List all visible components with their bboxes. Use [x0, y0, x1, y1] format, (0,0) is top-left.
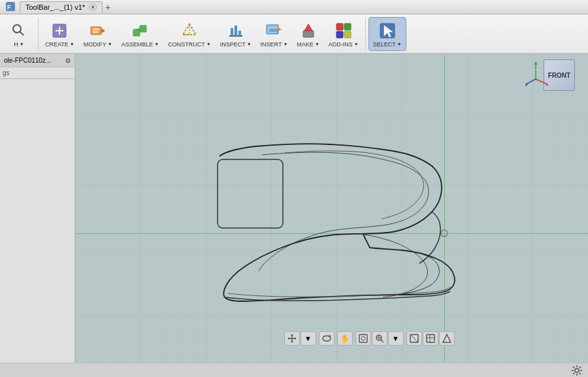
toolbar-search[interactable]: H▼ [3, 18, 35, 50]
search-icon [8, 20, 29, 41]
svg-rect-35 [218, 159, 283, 228]
display-mode-button[interactable] [406, 331, 422, 346]
svg-marker-60 [443, 335, 451, 342]
select-icon [377, 20, 398, 41]
grid-button[interactable] [423, 331, 438, 346]
app-icon: F [5, 1, 16, 13]
toolbar-insert[interactable]: IMG INSERT▼ [257, 18, 292, 50]
left-panel-content [0, 79, 74, 84]
orbit-button[interactable] [319, 331, 335, 346]
construct-label: CONSTRUCT▼ [168, 41, 210, 48]
svg-line-3 [20, 31, 24, 35]
svg-text:F: F [7, 4, 11, 10]
svg-line-52 [381, 340, 384, 342]
separator-1 [38, 18, 39, 50]
settings-icon[interactable] [571, 365, 583, 376]
axis-arrows [523, 59, 549, 86]
insert-icon: IMG [263, 20, 284, 41]
add-tab-button[interactable]: + [105, 2, 110, 12]
assemble-label: ASSEMBLE▼ [122, 41, 159, 48]
svg-rect-28 [344, 24, 351, 30]
svg-point-2 [13, 25, 21, 33]
svg-rect-7 [91, 27, 101, 35]
svg-rect-12 [140, 25, 146, 32]
svg-marker-46 [287, 337, 289, 340]
toolbar-make[interactable]: MAKE▼ [293, 18, 323, 50]
toolbar-create[interactable]: CREATE▼ [41, 18, 78, 50]
svg-rect-29 [336, 31, 343, 38]
status-bar [0, 363, 588, 377]
modify-label: MODIFY▼ [84, 41, 112, 48]
create-icon [49, 20, 70, 41]
left-panel-content-label: gs [3, 69, 10, 76]
shoe-outline [135, 104, 474, 313]
svg-point-50 [361, 336, 365, 340]
toolbar-select[interactable]: SELECT▼ [368, 17, 406, 51]
svg-point-61 [575, 369, 579, 372]
zoom-button[interactable] [372, 331, 387, 346]
left-panel-tab-label[interactable]: ole-FPC0110z... [4, 57, 51, 64]
zoom-controls: ▼ [355, 331, 404, 346]
svg-marker-8 [101, 28, 105, 33]
insert-label: INSERT▼ [261, 41, 288, 48]
pan-dropdown-button[interactable]: ▼ [301, 331, 316, 346]
visual-style-button[interactable] [439, 331, 455, 346]
modify-icon [88, 20, 108, 41]
left-panel-header: ole-FPC0110z... ⊙ [0, 54, 74, 67]
make-icon [298, 20, 319, 41]
title-bar: F ToolBar_..._(1) v1* × + [0, 0, 588, 14]
toolbar-inspect[interactable]: INSPECT▼ [216, 18, 255, 50]
svg-line-13 [137, 29, 140, 29]
create-label: CREATE▼ [45, 41, 74, 48]
view-controls: ▼ [284, 331, 316, 346]
left-panel: ole-FPC0110z... ⊙ gs [0, 54, 75, 363]
addins-icon [333, 20, 354, 41]
svg-marker-26 [304, 24, 312, 31]
window-tab[interactable]: ToolBar_..._(1) v1* × [20, 1, 103, 12]
svg-marker-45 [291, 341, 293, 343]
svg-rect-57 [427, 335, 434, 342]
toolbar: H▼ CREATE▼ MODIFY▼ [0, 14, 588, 54]
svg-rect-11 [133, 29, 140, 36]
svg-rect-27 [336, 24, 343, 30]
bottom-toolbar: ▼ ✋ ▼ [150, 329, 588, 348]
addins-label: ADD-INS▼ [329, 41, 359, 48]
svg-rect-30 [344, 31, 351, 38]
zoom-dropdown-button[interactable]: ▼ [388, 331, 404, 346]
svg-marker-37 [534, 61, 538, 65]
svg-text:IMG: IMG [269, 28, 278, 33]
hand-button[interactable]: ✋ [337, 331, 353, 346]
tab-label: ToolBar_..._(1) v1* [25, 3, 85, 11]
select-label: SELECT▼ [373, 41, 402, 48]
make-label: MAKE▼ [297, 41, 319, 48]
toolbar-addins[interactable]: ADD-INS▼ [325, 18, 363, 50]
panel-sync-icon[interactable]: ⊙ [65, 57, 71, 64]
assemble-icon [129, 20, 150, 41]
zoom-fit-button[interactable] [355, 331, 371, 346]
svg-point-48 [323, 336, 331, 341]
pan-button[interactable] [284, 331, 300, 346]
nav-cube-label: FRONT [548, 72, 570, 79]
toolbar-assemble[interactable]: ASSEMBLE▼ [118, 18, 163, 50]
inspect-label: INSPECT▼ [220, 41, 252, 48]
canvas-area[interactable]: FRONT ▼ ✋ [75, 54, 588, 363]
toolbar-construct[interactable]: CONSTRUCT▼ [164, 18, 214, 50]
inspect-icon [225, 20, 246, 41]
display-controls [406, 331, 455, 346]
construct-icon [179, 20, 200, 41]
toolbar-modify[interactable]: MODIFY▼ [80, 18, 116, 50]
search-area: gs [0, 67, 74, 79]
svg-rect-25 [303, 31, 314, 37]
svg-marker-44 [291, 334, 293, 336]
svg-rect-49 [359, 335, 367, 342]
svg-marker-47 [295, 337, 297, 340]
svg-marker-22 [278, 27, 282, 31]
nav-cube[interactable]: FRONT [544, 59, 583, 99]
separator-2 [365, 18, 366, 50]
svg-line-56 [410, 335, 418, 342]
tab-close-button[interactable]: × [89, 3, 97, 11]
search-label: H▼ [14, 41, 24, 48]
